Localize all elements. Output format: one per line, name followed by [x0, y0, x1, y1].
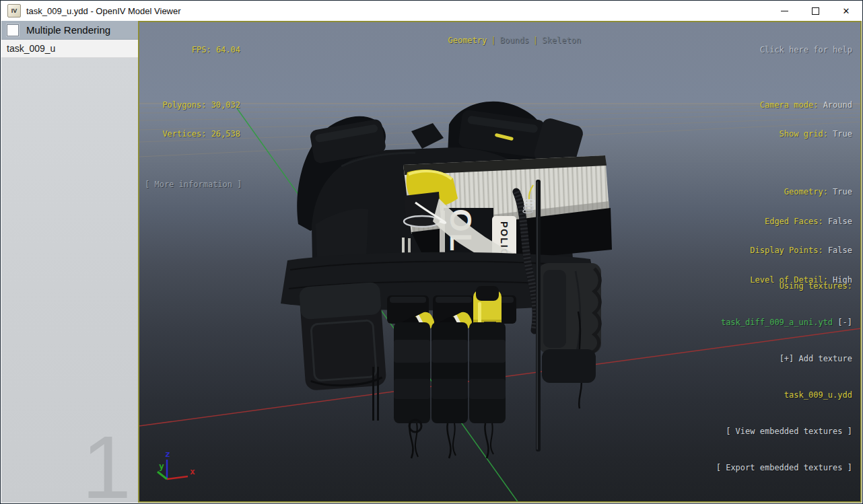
polygons-value: 30,032 [211, 100, 240, 110]
close-icon: ✕ [843, 7, 850, 15]
edged-faces-value: False [828, 217, 852, 226]
camera-mode-label: Camera mode: [760, 100, 819, 110]
minimize-button[interactable] [769, 1, 800, 21]
texture-file-name: task_diff_009_a_uni.ytd [721, 318, 833, 327]
tab-geometry[interactable]: Geometry [448, 36, 487, 45]
app-window: IV task_009_u.ydd - OpenIV Model Viewer … [0, 0, 863, 504]
geometry-label: Geometry: [784, 187, 828, 196]
maximize-icon [812, 7, 819, 15]
minimize-icon [781, 11, 788, 11]
tab-separator-icon: | [529, 36, 542, 45]
axis-x-label: x [190, 466, 195, 476]
show-grid-label: Show grid: [780, 129, 828, 139]
show-grid-row: Show grid: True [750, 129, 852, 139]
model-viewport[interactable]: POLICE POLICE [138, 21, 862, 503]
view-embedded-textures-button[interactable]: [ View embedded textures ] [716, 425, 852, 437]
geometry-value: True [833, 187, 852, 196]
remove-texture-button[interactable]: [-] [837, 318, 852, 327]
tab-separator-icon: | [487, 36, 499, 45]
camera-mode-row: Camera mode: Around [750, 100, 852, 110]
vest-model: POLICE POLICE [281, 102, 612, 458]
display-points-label: Display Points: [750, 246, 823, 255]
multiple-rendering-checkbox[interactable] [7, 24, 19, 36]
page-number: 1 [82, 433, 131, 503]
textures-overlay: Using textures: task_diff_009_a_uni.ytd … [716, 256, 852, 498]
add-texture-button[interactable]: [+] Add texture [716, 353, 852, 365]
edged-faces-row: Edged Faces: False [750, 217, 852, 227]
edged-faces-label: Edged Faces: [765, 217, 823, 226]
multiple-rendering-row: Multiple Rendering [1, 21, 138, 40]
texture-file-row: task_diff_009_a_uni.ytd [-] [716, 316, 852, 328]
titlebar: IV task_009_u.ydd - OpenIV Model Viewer … [1, 1, 862, 21]
axis-z-label: z [165, 449, 170, 459]
display-points-row: Display Points: False [750, 246, 852, 256]
vertices-row: Vertices: 26,538 [145, 129, 240, 139]
vertices-label: Vertices: [162, 129, 206, 139]
display-points-value: False [828, 246, 852, 255]
sidebar: Multiple Rendering task_009_u 1 [1, 21, 138, 503]
help-link[interactable]: Click here for help [750, 45, 852, 55]
geometry-row: Geometry: True [750, 187, 852, 197]
using-textures-heading: Using textures: [716, 280, 852, 292]
polygons-row: Polygons: 30,032 [145, 100, 240, 110]
axis-gizmo: z x y [158, 449, 195, 479]
axis-y-label: y [159, 461, 164, 471]
sidebar-item-task-009-u[interactable]: task_009_u [1, 40, 138, 58]
model-file-name: task_009_u.ydd [716, 389, 852, 401]
tab-bounds[interactable]: Bounds [500, 36, 529, 45]
app-icon: IV [7, 4, 21, 17]
multiple-rendering-label: Multiple Rendering [26, 24, 110, 36]
more-information-link[interactable]: [ More information ] [145, 180, 240, 190]
close-button[interactable]: ✕ [831, 1, 862, 21]
polygons-label: Polygons: [162, 100, 206, 110]
maximize-button[interactable] [800, 1, 831, 21]
window-title: task_009_u.ydd - OpenIV Model Viewer [26, 6, 181, 16]
export-embedded-textures-button[interactable]: [ Export embedded textures ] [716, 462, 852, 474]
show-grid-value: True [833, 129, 852, 139]
camera-mode-value: Around [823, 100, 852, 110]
vertices-value: 26,538 [211, 129, 240, 139]
tab-skeleton[interactable]: Skeleton [542, 36, 581, 45]
